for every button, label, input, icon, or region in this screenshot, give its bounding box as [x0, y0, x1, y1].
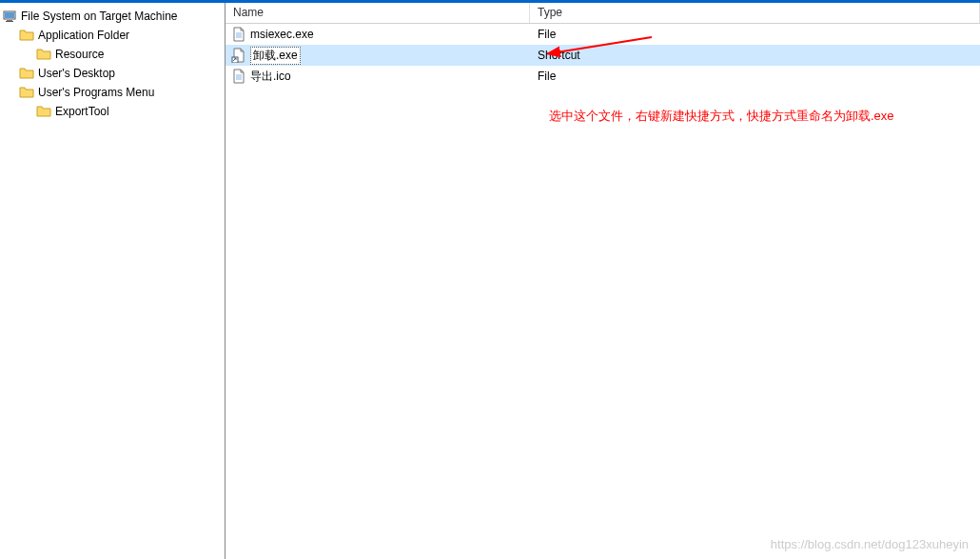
tree-item-users-programs-menu[interactable]: User's Programs Menu — [2, 83, 223, 102]
tree-item-label: ExportTool — [55, 105, 109, 118]
shortcut-icon — [231, 48, 246, 63]
tree-root-label: File System on Target Machine — [21, 10, 178, 23]
list-row[interactable]: 导出.ico File — [225, 66, 980, 87]
tree-item-label: Resource — [55, 48, 104, 61]
list-header: Name Type — [225, 3, 980, 24]
tree-root[interactable]: File System on Target Machine — [2, 7, 223, 26]
file-name: 导出.ico — [250, 69, 291, 85]
folder-icon — [36, 47, 51, 62]
tree-item-users-desktop[interactable]: User's Desktop — [2, 64, 223, 83]
list-row[interactable]: msiexec.exe File — [225, 24, 980, 45]
file-type: File — [530, 70, 980, 83]
file-icon — [231, 27, 246, 42]
tree-item-label: User's Programs Menu — [38, 86, 154, 99]
computer-icon — [2, 9, 17, 24]
main-container: File System on Target Machine Applicatio… — [0, 0, 980, 559]
folder-icon — [36, 104, 51, 119]
svg-rect-1 — [5, 12, 14, 18]
file-list-panel[interactable]: Name Type msiexec.exe File 卸载.exe — [225, 3, 980, 559]
annotation-text: 选中这个文件，右键新建快捷方式，快捷方式重命名为卸载.exe — [549, 108, 894, 125]
tree-item-exporttool[interactable]: ExportTool — [2, 102, 223, 121]
tree-item-label: User's Desktop — [38, 67, 115, 80]
folder-icon — [19, 66, 34, 81]
tree-item-application-folder[interactable]: Application Folder — [2, 26, 223, 45]
file-name: msiexec.exe — [250, 28, 314, 41]
tree-item-label: Application Folder — [38, 29, 129, 42]
folder-icon — [19, 85, 34, 100]
svg-rect-2 — [7, 20, 12, 21]
column-header-type[interactable]: Type — [530, 3, 980, 23]
list-body: msiexec.exe File 卸载.exe Shortcut — [225, 24, 980, 87]
file-name-editing[interactable]: 卸载.exe — [250, 47, 301, 65]
tree-item-resource[interactable]: Resource — [2, 45, 223, 64]
column-header-name[interactable]: Name — [225, 3, 530, 23]
file-icon — [231, 69, 246, 84]
tree-panel[interactable]: File System on Target Machine Applicatio… — [0, 3, 225, 559]
file-type: Shortcut — [530, 49, 980, 62]
folder-icon — [19, 28, 34, 43]
list-row[interactable]: 卸载.exe Shortcut — [225, 45, 980, 66]
svg-rect-3 — [6, 21, 13, 22]
file-type: File — [530, 28, 980, 41]
